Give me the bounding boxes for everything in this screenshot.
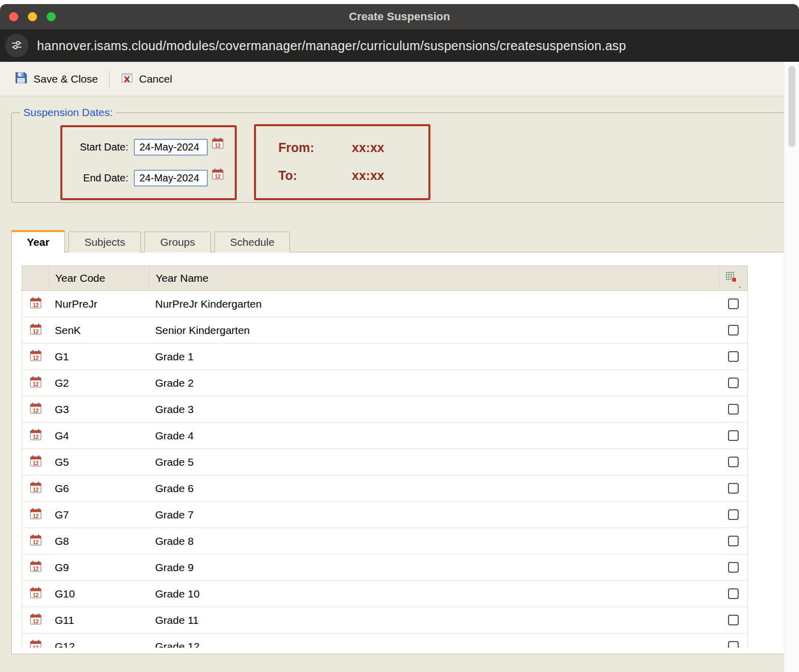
- row-calendar-icon[interactable]: 12: [29, 481, 42, 496]
- svg-text:12: 12: [32, 539, 39, 545]
- table-row[interactable]: 12 G1 Grade 1: [22, 344, 747, 370]
- table-row[interactable]: 12 G9 Grade 9: [22, 554, 747, 581]
- cancel-label: Cancel: [139, 73, 172, 85]
- url-text[interactable]: hannover.isams.cloud/modules/covermanage…: [37, 39, 626, 53]
- row-checkbox[interactable]: [728, 404, 739, 415]
- row-checkbox[interactable]: [728, 483, 739, 494]
- page-content: Save & Close Cancel Suspension Dates:: [0, 62, 799, 672]
- year-code-cell: G6: [49, 482, 149, 495]
- start-date-calendar-icon[interactable]: 12: [211, 137, 224, 150]
- table-row[interactable]: 12 G3 Grade 3: [22, 396, 747, 423]
- row-checkbox[interactable]: [728, 351, 739, 362]
- window-title: Create Suspension: [0, 10, 799, 23]
- row-calendar-icon[interactable]: 12: [29, 613, 42, 628]
- row-icon-cell: 12: [22, 613, 49, 628]
- row-icon-cell: 12: [22, 639, 49, 648]
- table-row[interactable]: 12 G7 Grade 7: [22, 502, 747, 528]
- table-row[interactable]: 12 G4 Grade 4: [22, 423, 747, 449]
- svg-text:12: 12: [32, 434, 39, 439]
- row-checkbox[interactable]: [728, 325, 739, 335]
- tab-year[interactable]: Year: [11, 230, 65, 253]
- row-select-cell: [719, 536, 747, 546]
- table-row[interactable]: 12 G8 Grade 8: [22, 528, 747, 554]
- row-calendar-icon[interactable]: 12: [29, 428, 42, 443]
- svg-text:12: 12: [32, 355, 39, 360]
- dates-annotation-box: Start Date: 12: [60, 125, 237, 200]
- row-calendar-icon[interactable]: 12: [29, 639, 42, 648]
- tune-icon: [11, 39, 23, 53]
- table-row[interactable]: 12 G2 Grade 2: [22, 370, 747, 396]
- row-calendar-icon[interactable]: 12: [29, 534, 42, 549]
- row-calendar-icon[interactable]: 12: [29, 455, 42, 470]
- table-row[interactable]: 12 NurPreJr NurPreJr Kindergarten: [22, 291, 747, 317]
- start-date-row: Start Date: 12: [67, 137, 230, 158]
- row-checkbox[interactable]: [728, 298, 739, 309]
- form-content: Suspension Dates: Start Date: 12: [0, 113, 799, 654]
- header-icon-column: [22, 266, 49, 290]
- table-row[interactable]: 12 SenK Senior Kindergarten: [22, 317, 747, 344]
- row-select-cell: [719, 430, 747, 441]
- row-calendar-icon[interactable]: 12: [29, 323, 42, 338]
- svg-text:12: 12: [32, 513, 39, 518]
- start-date-input[interactable]: [134, 139, 208, 156]
- browser-window: Create Suspension hannover.isams.cloud/m…: [0, 4, 799, 672]
- end-date-input[interactable]: [134, 170, 208, 186]
- tab-groups[interactable]: Groups: [144, 232, 211, 252]
- svg-text:12: 12: [215, 143, 221, 148]
- header-select-column: .: [719, 266, 747, 290]
- row-checkbox[interactable]: [728, 457, 739, 467]
- year-code-cell: G1: [49, 351, 149, 363]
- row-icon-cell: 12: [22, 481, 49, 496]
- row-checkbox[interactable]: [728, 641, 739, 648]
- scrollbar-thumb[interactable]: [788, 66, 795, 147]
- row-checkbox[interactable]: [728, 430, 739, 441]
- row-calendar-icon[interactable]: 12: [29, 376, 42, 391]
- year-code-cell: G4: [49, 430, 149, 442]
- row-select-cell: [719, 325, 747, 335]
- year-name-cell: Senior Kindergarten: [149, 324, 719, 337]
- table-row[interactable]: 12 G12 Grade 12: [22, 633, 747, 648]
- export-table-icon[interactable]: [725, 271, 738, 286]
- row-select-cell: [719, 509, 747, 520]
- row-calendar-icon[interactable]: 12: [29, 507, 42, 522]
- row-checkbox[interactable]: [728, 615, 739, 625]
- year-name-cell: Grade 4: [149, 430, 719, 442]
- year-name-cell: Grade 9: [149, 562, 719, 574]
- end-date-label: End Date:: [67, 172, 128, 184]
- year-name-cell: Grade 8: [149, 535, 719, 547]
- page-scrollbar[interactable]: [784, 62, 799, 672]
- year-name-cell: Grade 2: [149, 377, 719, 389]
- year-table: Year Code Year Name .: [22, 266, 748, 648]
- save-close-label: Save & Close: [33, 73, 98, 85]
- toolbar-separator: [109, 70, 110, 88]
- site-settings-button[interactable]: [5, 34, 28, 57]
- svg-text:12: 12: [32, 381, 39, 387]
- save-close-button[interactable]: Save & Close: [6, 67, 106, 91]
- row-checkbox[interactable]: [728, 588, 739, 599]
- row-checkbox[interactable]: [728, 536, 739, 546]
- row-calendar-icon[interactable]: 12: [29, 349, 42, 364]
- row-checkbox[interactable]: [728, 509, 739, 520]
- tab-schedule[interactable]: Schedule: [214, 232, 290, 252]
- header-year-code: Year Code: [49, 266, 149, 290]
- row-checkbox[interactable]: [728, 562, 739, 573]
- cancel-button[interactable]: Cancel: [113, 67, 180, 91]
- table-row[interactable]: 12 G6 Grade 6: [22, 475, 747, 502]
- suspension-dates-fieldset: Suspension Dates: Start Date: 12: [11, 113, 792, 203]
- table-row[interactable]: 12 G11 Grade 11: [22, 607, 747, 633]
- end-date-calendar-icon[interactable]: 12: [211, 168, 224, 180]
- row-calendar-icon[interactable]: 12: [29, 402, 42, 417]
- from-label: From:: [278, 140, 352, 155]
- row-checkbox[interactable]: [728, 378, 739, 388]
- year-code-cell: G7: [49, 509, 149, 521]
- row-calendar-icon[interactable]: 12: [29, 560, 42, 575]
- table-row[interactable]: 12 G10 Grade 10: [22, 581, 747, 607]
- table-row[interactable]: 12 G5 Grade 5: [22, 449, 747, 475]
- end-date-row: End Date: 12: [67, 168, 230, 189]
- tab-subjects[interactable]: Subjects: [68, 232, 141, 252]
- row-calendar-icon[interactable]: 12: [29, 586, 42, 602]
- row-calendar-icon[interactable]: 12: [29, 296, 42, 312]
- year-code-cell: G8: [49, 535, 149, 547]
- year-name-cell: Grade 7: [149, 509, 719, 521]
- browser-url-bar: hannover.isams.cloud/modules/covermanage…: [0, 29, 799, 62]
